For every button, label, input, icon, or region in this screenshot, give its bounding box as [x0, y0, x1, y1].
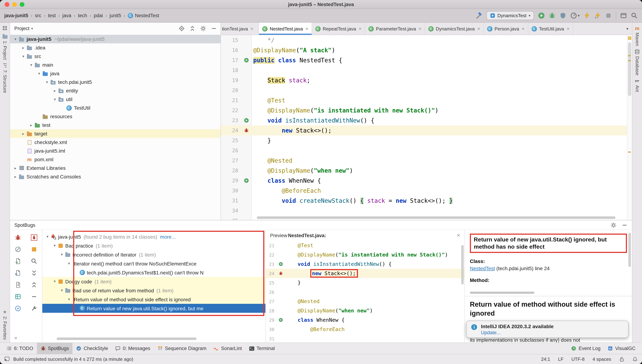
tree-caret-icon[interactable]: ▸ — [28, 123, 35, 127]
line-number[interactable]: 31 — [221, 198, 241, 204]
collapse-button[interactable] — [30, 281, 38, 289]
line-number[interactable]: 28 — [266, 308, 276, 313]
tree-caret-icon[interactable]: ▾ — [52, 97, 58, 102]
tab-close-icon[interactable]: × — [567, 26, 569, 32]
line-number[interactable]: 29 — [221, 178, 241, 184]
tool-window-stripe-button[interactable]: 1: Project — [2, 34, 8, 60]
project-tree-item[interactable]: ▸External Libraries — [10, 164, 221, 172]
editor-tab[interactable]: CTestUtil.java× — [528, 22, 573, 35]
tool-window-stripe-button[interactable]: ★2: Favorites — [2, 309, 8, 340]
gutter-slot[interactable] — [276, 262, 285, 266]
project-tree-item[interactable]: ▸.idea — [10, 43, 221, 52]
locate-button[interactable] — [179, 25, 185, 31]
wrench-button[interactable] — [30, 304, 38, 312]
line-number[interactable]: 29 — [266, 317, 276, 322]
project-tree-item[interactable]: ▾java-junit5~/pdai/www/java-junit5 — [10, 35, 221, 43]
line-number[interactable]: 15 — [221, 37, 241, 43]
editor-tab[interactable]: CRepeatTest.java× — [312, 22, 365, 35]
editor-code-line[interactable]: 28 @DisplayName("when new") — [221, 166, 627, 176]
editor-code-line[interactable]: 16@DisplayName("A stack") — [221, 45, 627, 55]
tree-caret-icon[interactable]: ▾ — [12, 37, 19, 42]
stop-circle-button[interactable] — [14, 246, 22, 253]
tool-window-button-visualgc[interactable]: VisualGC — [604, 343, 639, 354]
line-number[interactable]: 20 — [221, 88, 241, 93]
line-number[interactable]: 31 — [266, 336, 276, 341]
tree-caret-icon[interactable]: ▸ — [12, 174, 19, 179]
preview-code-line[interactable]: 29 class WhenNew { — [266, 315, 464, 324]
rerun-bug-button[interactable] — [14, 234, 22, 242]
line-number[interactable]: 30 — [266, 326, 276, 332]
tab-close-icon[interactable]: × — [305, 26, 308, 32]
line-number[interactable]: 24 — [221, 128, 241, 133]
project-tree-item[interactable]: resources — [10, 112, 221, 121]
gutter-slot[interactable] — [241, 128, 252, 133]
editor-code-line[interactable]: 21 @Test — [221, 95, 627, 105]
reload-maven-button[interactable] — [583, 11, 590, 20]
tree-caret-icon[interactable]: ▾ — [66, 261, 72, 266]
editor-horizontal-scrollbar[interactable] — [257, 216, 615, 219]
bell-button[interactable] — [632, 355, 638, 364]
editor-tab[interactable]: tionTest.java× — [221, 22, 259, 35]
editor-code-line[interactable]: 17public class NestedTest { — [221, 55, 627, 65]
more-actions-icon[interactable]: » — [14, 334, 17, 340]
preview-code-line[interactable]: 26 — [266, 287, 464, 297]
project-tree-item[interactable]: ▾util — [10, 95, 221, 104]
bug-tree-item[interactable]: ▾java-junit5(found 2 bug items in 14 cla… — [42, 232, 265, 241]
tab-close-icon[interactable]: × — [419, 26, 421, 32]
editor-tab[interactable]: CPerson.java× — [484, 22, 528, 35]
gutter-slot[interactable] — [276, 318, 285, 322]
editor-code-line[interactable]: 31 void createNewStack() { stack = new S… — [221, 196, 627, 206]
inspections-indicator[interactable] — [628, 36, 631, 40]
more-link[interactable]: more... — [160, 234, 176, 240]
line-number[interactable]: 16 — [221, 47, 241, 53]
tag-button[interactable] — [30, 246, 38, 253]
tree-caret-icon[interactable]: ▸ — [52, 88, 58, 93]
editor-code-line[interactable]: 22 @DisplayName("is instantiated with ne… — [221, 105, 627, 115]
editor-code-line[interactable]: 29 class WhenNew { — [221, 176, 627, 186]
breadcrumb-item[interactable]: java — [62, 13, 71, 18]
tool-window-button-sequence-diagram[interactable]: Sequence Diagram — [154, 343, 210, 354]
run-button[interactable] — [538, 11, 545, 20]
line-number[interactable]: 27 — [266, 298, 276, 304]
tool-window-button-spotbugs[interactable]: SpotBugs — [37, 343, 73, 354]
hide-button[interactable] — [211, 25, 217, 31]
settings-button[interactable] — [610, 222, 616, 228]
line-number[interactable]: 30 — [221, 188, 241, 194]
breadcrumb-item[interactable]: java-junit5 — [4, 13, 28, 18]
line-number[interactable]: 22 — [221, 108, 241, 113]
tab-close-icon[interactable]: × — [477, 26, 480, 32]
line-number[interactable]: 27 — [221, 158, 241, 163]
line-number[interactable]: 23 — [221, 118, 241, 123]
collapse-all-button[interactable] — [189, 25, 195, 31]
gutter-slot[interactable] — [241, 58, 252, 63]
debug-button[interactable] — [549, 11, 556, 20]
line-number[interactable]: 23 — [266, 261, 276, 267]
stop-button[interactable] — [605, 11, 612, 20]
minimize-button[interactable] — [621, 222, 628, 228]
project-tree-item[interactable]: ▾main — [10, 60, 221, 69]
tool-windows-button[interactable] — [620, 11, 627, 20]
line-number[interactable]: 26 — [266, 289, 276, 295]
expand-button[interactable] — [30, 269, 38, 277]
tree-caret-icon[interactable]: ▾ — [66, 297, 72, 302]
editor-code-line[interactable]: 30 @BeforeEach — [221, 186, 627, 196]
editor-code-line[interactable]: 20 — [221, 85, 627, 95]
bug-tree-item[interactable]: ▾Return value of method without side eff… — [42, 295, 265, 304]
compass-button[interactable] — [14, 304, 22, 312]
tab-close-icon[interactable]: × — [359, 26, 362, 32]
status-widget[interactable]: 24:1 — [541, 356, 550, 362]
tool-window-button-event-log[interactable]: Event Log — [568, 343, 604, 354]
run-with-coverage-button[interactable] — [559, 11, 566, 20]
editor-code-line[interactable]: 24 new Stack<>(); — [221, 126, 627, 136]
export-button[interactable] — [14, 257, 22, 265]
class-link[interactable]: NestedTest — [470, 266, 495, 271]
preview-code-line[interactable]: 27 @Nested — [266, 297, 464, 306]
project-view-select[interactable]: Project — [14, 26, 30, 31]
gutter-slot[interactable] — [241, 178, 252, 183]
project-tree-item[interactable]: ▸entity — [10, 86, 221, 95]
maximize-window-button[interactable] — [20, 2, 24, 7]
editor-code-line[interactable]: 23 void isInstantiatedWithNew() { — [221, 115, 627, 126]
tree-horizontal-scrollbar[interactable] — [57, 338, 197, 340]
tool-window-stripe-button[interactable]: Database — [634, 49, 640, 75]
tree-caret-icon[interactable]: ▸ — [20, 131, 27, 136]
